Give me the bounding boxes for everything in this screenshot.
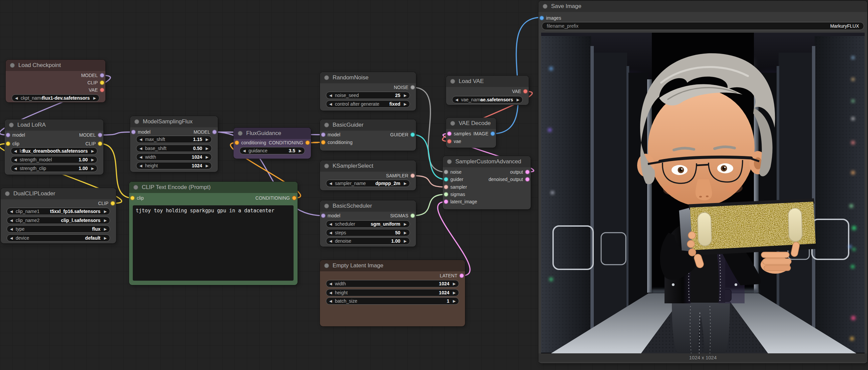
widget-height[interactable]: ◀▶height1024 (136, 162, 212, 169)
collapse-dot-icon[interactable] (451, 121, 455, 126)
node-header[interactable]: SamplerCustomAdvanced (443, 156, 531, 167)
collapse-dot-icon[interactable] (238, 131, 243, 136)
denoised_output-port-dot[interactable] (525, 177, 530, 182)
widget-right-arrow-icon[interactable]: ▶ (453, 289, 456, 296)
widget-type[interactable]: ◀▶typeflux (7, 225, 110, 233)
node-vae-decode[interactable]: VAE DecodesamplesvaeIMAGE (446, 118, 496, 148)
node-empty-latent-image[interactable]: Empty Latent ImageLATENT◀▶width1024◀▶hei… (320, 260, 465, 326)
node-load-vae[interactable]: Load VAEVAE◀▶vae_nameae.safetensors (446, 76, 529, 105)
prompt-textarea[interactable]: tjtoy toy holding sparkgpu gpu in a data… (133, 205, 293, 281)
node-flux-guidance[interactable]: FluxGuidanceconditioningCONDITIONING◀▶gu… (234, 128, 311, 159)
widget-right-arrow-icon[interactable]: ▶ (517, 96, 519, 103)
collapse-dot-icon[interactable] (324, 263, 329, 268)
node-sampler-custom-advanced[interactable]: SamplerCustomAdvancednoiseguidersamplers… (443, 156, 531, 209)
NOISE-port-dot[interactable] (410, 85, 415, 90)
node-header[interactable]: VAE Decode (446, 118, 496, 129)
widget-base-shift[interactable]: ◀▶base_shift0.50 (136, 145, 212, 152)
widget-width[interactable]: ◀▶width1024 (326, 280, 459, 287)
MODEL-port-dot[interactable] (100, 73, 104, 78)
widget-noise-seed[interactable]: ◀▶noise_seed25 (326, 92, 410, 99)
widget-left-arrow-icon[interactable]: ◀ (14, 165, 17, 172)
widget-left-arrow-icon[interactable]: ◀ (140, 162, 142, 169)
CONDITIONING-port-dot[interactable] (292, 196, 297, 200)
widget-left-arrow-icon[interactable]: ◀ (10, 208, 13, 215)
widget-left-arrow-icon[interactable]: ◀ (10, 217, 13, 224)
widget-right-arrow-icon[interactable]: ▶ (91, 156, 94, 163)
widget-right-arrow-icon[interactable]: ▶ (453, 280, 456, 287)
node-basic-scheduler[interactable]: BasicSchedulermodelSIGMAS◀▶schedulersgm_… (320, 200, 416, 247)
node-header[interactable]: Save Image (538, 1, 867, 12)
collapse-dot-icon[interactable] (5, 191, 10, 196)
node-header[interactable]: BasicScheduler (320, 200, 416, 212)
IMAGE-port-dot[interactable] (490, 131, 495, 136)
widget-guidance[interactable]: ◀▶guidance3.5 (240, 147, 305, 154)
widget-right-arrow-icon[interactable]: ▶ (453, 298, 456, 304)
widget-right-arrow-icon[interactable]: ▶ (104, 235, 107, 241)
node-header[interactable]: ModelSamplingFlux (130, 116, 218, 127)
widget-left-arrow-icon[interactable]: ◀ (329, 238, 332, 244)
node-model-sampling-flux[interactable]: ModelSamplingFluxmodelMODEL◀▶max_shift1.… (130, 116, 218, 172)
SAMPLER-port-dot[interactable] (410, 173, 415, 178)
collapse-dot-icon[interactable] (324, 164, 329, 168)
node-header[interactable]: RandomNoise (320, 72, 416, 83)
CONDITIONING-port-dot[interactable] (305, 140, 310, 145)
widget-denoise[interactable]: ◀▶denoise1.00 (326, 237, 410, 245)
widget-right-arrow-icon[interactable]: ▶ (91, 148, 94, 154)
filename-prefix-widget[interactable]: filename_prefix MarkuryFLUX (542, 22, 864, 30)
collapse-dot-icon[interactable] (10, 63, 15, 68)
widget-height[interactable]: ◀▶height1024 (326, 289, 459, 296)
widget-right-arrow-icon[interactable]: ▶ (404, 229, 407, 236)
widget-right-arrow-icon[interactable]: ▶ (404, 238, 407, 244)
node-header[interactable]: KSamplerSelect (320, 160, 416, 172)
node-load-checkpoint[interactable]: Load CheckpointMODELCLIPVAE◀▶ckpt_namefl… (6, 60, 105, 102)
widget-device[interactable]: ◀▶devicedefault (7, 234, 110, 242)
widget-sampler-name[interactable]: ◀▶sampler_namedpmpp_2m (326, 180, 410, 187)
collapse-dot-icon[interactable] (543, 4, 548, 9)
collapse-dot-icon[interactable] (133, 185, 138, 190)
widget-right-arrow-icon[interactable]: ▶ (404, 92, 407, 99)
widget-strength-model[interactable]: ◀▶strength_model1.00 (11, 156, 97, 163)
node-header[interactable]: BasicGuider (320, 119, 416, 131)
collapse-dot-icon[interactable] (134, 119, 139, 124)
widget-right-arrow-icon[interactable]: ▶ (206, 154, 209, 160)
node-header[interactable]: Empty Latent Image (320, 260, 465, 271)
widget-right-arrow-icon[interactable]: ▶ (104, 226, 107, 232)
widget-clip-name1[interactable]: ◀▶clip_name1t5xxl_fp16.safetensors (7, 208, 110, 215)
widget-left-arrow-icon[interactable]: ◀ (329, 298, 332, 304)
CLIP-port-dot[interactable] (100, 80, 104, 85)
node-dual-clip-loader[interactable]: DualCLIPLoaderCLIP◀▶clip_name1t5xxl_fp16… (1, 188, 116, 243)
widget-left-arrow-icon[interactable]: ◀ (14, 148, 17, 154)
VAE-port-dot[interactable] (100, 88, 104, 92)
widget-batch-size[interactable]: ◀▶batch_size1 (326, 297, 459, 305)
widget-clip-name2[interactable]: ◀▶clip_name2clip_l.safetensors (7, 217, 110, 224)
widget-lor-[interactable]: ◀▶lor ...flux_dreambooth.safetensors (11, 147, 97, 155)
widget-right-arrow-icon[interactable]: ▶ (206, 136, 209, 143)
widget-control-after-generate[interactable]: ◀▶control after generatefixed (326, 100, 410, 108)
widget-max-shift[interactable]: ◀▶max_shift1.15 (136, 136, 212, 143)
collapse-dot-icon[interactable] (9, 123, 14, 127)
widget-left-arrow-icon[interactable]: ◀ (15, 95, 18, 101)
widget-left-arrow-icon[interactable]: ◀ (140, 154, 142, 160)
output-port-dot[interactable] (525, 170, 530, 174)
vae-port-dot[interactable] (447, 139, 452, 144)
collapse-dot-icon[interactable] (324, 123, 329, 127)
widget-vae-name[interactable]: ◀▶vae_nameae.safetensors (452, 96, 523, 103)
widget-left-arrow-icon[interactable]: ◀ (329, 229, 332, 236)
widget-left-arrow-icon[interactable]: ◀ (329, 280, 332, 287)
widget-left-arrow-icon[interactable]: ◀ (329, 221, 332, 227)
images-port-dot[interactable] (539, 16, 544, 20)
widget-strength-clip[interactable]: ◀▶strength_clip1.00 (11, 165, 97, 172)
widget-right-arrow-icon[interactable]: ▶ (93, 95, 96, 101)
node-random-noise[interactable]: RandomNoiseNOISE◀▶noise_seed25◀▶control … (320, 72, 416, 111)
LATENT-port-dot[interactable] (459, 273, 464, 278)
widget-left-arrow-icon[interactable]: ◀ (455, 96, 458, 103)
widget-ckpt-name[interactable]: ◀▶ckpt_nameflux1-dev.safetensors (12, 94, 99, 102)
node-graph-canvas[interactable]: Load CheckpointMODELCLIPVAE◀▶ckpt_namefl… (0, 0, 868, 370)
conditioning-port-dot[interactable] (321, 140, 326, 145)
widget-right-arrow-icon[interactable]: ▶ (91, 165, 94, 172)
widget-left-arrow-icon[interactable]: ◀ (329, 101, 332, 107)
node-clip-text-encode[interactable]: CLIP Text Encode (Prompt)clipCONDITIONIN… (129, 182, 298, 285)
widget-right-arrow-icon[interactable]: ▶ (206, 145, 209, 152)
sigmas-port-dot[interactable] (444, 192, 448, 197)
MODEL-port-dot[interactable] (98, 133, 102, 137)
